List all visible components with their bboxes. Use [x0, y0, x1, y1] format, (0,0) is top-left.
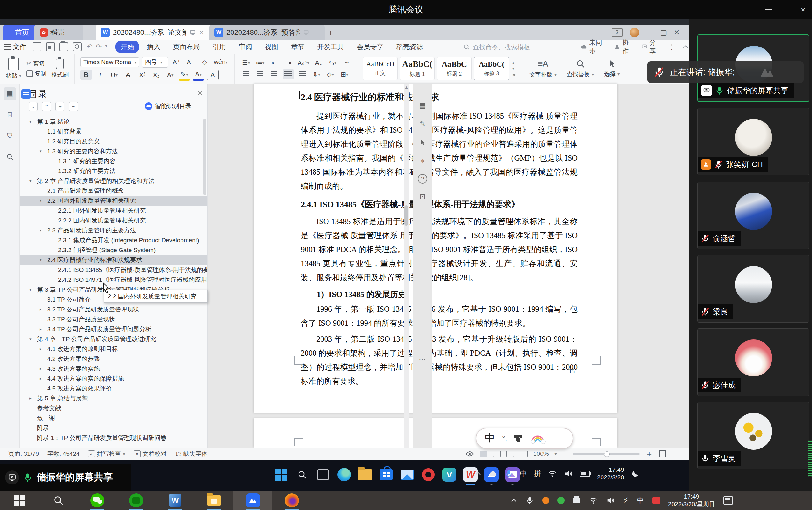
font-size-select[interactable]: 四号▾	[142, 57, 168, 67]
subscript-button[interactable]: X₂	[150, 70, 162, 80]
print-icon[interactable]	[59, 42, 68, 51]
bookmark-pane-icon[interactable]: ⛉	[3, 129, 16, 142]
tray-app-green-icon[interactable]	[557, 497, 564, 504]
find-replace-button[interactable]: 查找替换▾	[562, 59, 599, 78]
select-tool-icon[interactable]	[417, 137, 428, 148]
outline-item[interactable]: 1.1 研究背景	[20, 126, 207, 137]
meeting-close-button[interactable]: ×	[795, 0, 811, 19]
ime-mode-indicator[interactable]: 中	[520, 469, 527, 478]
zoom-in-button[interactable]: ＋	[645, 449, 653, 459]
clear-format-button[interactable]: ◇	[199, 57, 210, 67]
document-page[interactable]: 2.4 医疗器械行业的标准和法规要求提到医疗器械行业，就不得不提到国际标准 IS…	[254, 84, 617, 413]
outline-plus-button[interactable]: ＋	[56, 102, 64, 111]
firefox-icon[interactable]	[272, 490, 311, 510]
outline-item[interactable]: ▾2.2 国内外研发质量管理相关研究	[20, 196, 207, 206]
more-tools-icon[interactable]: ⋯	[419, 355, 426, 363]
command-search[interactable]: 查找命令、搜索模板	[463, 42, 559, 52]
meeting-app-icon[interactable]	[233, 490, 272, 510]
tag-pane-icon[interactable]: ⌺	[3, 109, 16, 121]
word-icon[interactable]: W	[156, 490, 195, 510]
ribbon-tab-5[interactable]: 视图	[260, 41, 283, 53]
chevron-right-icon[interactable]: ▸	[39, 376, 42, 381]
distribute-button[interactable]	[297, 69, 308, 79]
outline-item[interactable]: 1.3.1 研究的主要内容	[20, 156, 207, 166]
account-avatar[interactable]	[630, 28, 639, 37]
search-pane-icon[interactable]	[3, 150, 16, 163]
chevron-right-icon[interactable]: ▸	[29, 396, 32, 401]
participant-tile[interactable]: 俞涵哲	[697, 182, 809, 249]
more-menu-icon[interactable]: ⋮	[668, 43, 675, 51]
line-spacing-button[interactable]: ⇕▾	[311, 69, 322, 79]
view-page-icon[interactable]	[480, 451, 487, 457]
outline-item[interactable]: 4.2 改进方案的步骤	[20, 354, 207, 364]
ime-skin-icon[interactable]	[529, 433, 546, 444]
ribbon-tab-4[interactable]: 审阅	[233, 41, 257, 53]
share-button[interactable]: 分享	[641, 38, 661, 56]
outline-item[interactable]: ▸第 5 章 总结与展望	[20, 393, 207, 403]
tray-app-orange-icon[interactable]	[542, 497, 549, 504]
chevron-down-icon[interactable]: ▾	[29, 119, 32, 124]
edit-tool-icon[interactable]: ✎	[417, 119, 428, 129]
style-heading3[interactable]: AaBbC( 标题 3	[474, 57, 509, 80]
font-color-button[interactable]: A▾	[193, 69, 204, 81]
typeset-button[interactable]: ≡A 文字排版▾	[524, 59, 562, 79]
pinyin-guide-button[interactable]: wén▾	[213, 57, 229, 67]
taskbar-search-icon[interactable]	[295, 467, 309, 482]
edge-icon[interactable]	[337, 467, 351, 482]
strikethrough-button[interactable]: A	[122, 70, 134, 80]
align-left-button[interactable]	[240, 69, 252, 79]
evernote-icon[interactable]	[117, 490, 156, 510]
outline-item[interactable]: ▾第 1 章 绪论	[20, 117, 207, 126]
export-tool-icon[interactable]: ⊡	[417, 191, 428, 202]
style-heading2[interactable]: AaBbC 标题 2	[437, 57, 472, 80]
night-mode-icon[interactable]	[631, 470, 639, 478]
start-button-win11[interactable]	[273, 467, 288, 482]
spell-check-button[interactable]: ✓ 拼写检查▾	[88, 450, 125, 458]
collapse-all-button[interactable]: ⌃	[42, 102, 51, 111]
sort-button[interactable]: A↓	[313, 58, 324, 67]
ribbon-tab-8[interactable]: 会员专享	[351, 41, 388, 53]
shading-button[interactable]: ◇▾	[325, 69, 336, 79]
view-split-icon[interactable]	[520, 451, 527, 457]
viewer-printer-icon[interactable]	[573, 498, 580, 503]
outline-item[interactable]: 2.2.1 国外研发质量管理相关研究	[20, 206, 207, 215]
zoom-level[interactable]: 100%	[533, 450, 549, 457]
battery-icon[interactable]	[580, 471, 590, 477]
outline-item[interactable]: 2.4.2 ISO 14971《医疗器械 风险管理对医疗器械的应用》	[20, 275, 207, 284]
outline-item[interactable]: ▾2.3 产品研发质量管理的主要方法	[20, 226, 207, 235]
ribbon-tab-6[interactable]: 章节	[286, 41, 309, 53]
bold-button[interactable]: B	[80, 70, 92, 80]
decrease-indent-button[interactable]: ⇤	[268, 58, 280, 67]
tab-pin-icon[interactable]	[190, 29, 196, 36]
style-normal[interactable]: AaBbCcD 正文	[362, 57, 398, 80]
nav-tool-icon[interactable]: ▤	[417, 100, 428, 111]
new-doc-icon[interactable]	[32, 42, 41, 51]
wifi-icon[interactable]	[548, 469, 557, 478]
copy-button[interactable]: 复制	[27, 70, 46, 78]
outline-item[interactable]: ▸4.3 改进方案的实施	[20, 364, 207, 373]
chevron-right-icon[interactable]: ▸	[39, 327, 42, 331]
zoom-slider[interactable]	[573, 453, 640, 454]
presenter-clock[interactable]: 17:492022/3/20	[597, 466, 624, 481]
outline-close-icon[interactable]: ✕	[197, 89, 203, 97]
outline-item[interactable]: 致 谢	[20, 413, 207, 423]
viewer-tray-mic-icon[interactable]	[526, 496, 534, 505]
viewer-ime-indicator[interactable]: 中	[637, 496, 644, 505]
tab-close-icon[interactable]: ✕	[199, 29, 204, 36]
outline-level-icon[interactable]	[21, 89, 31, 99]
char-spacing-button[interactable]: A⇄▾	[297, 58, 310, 67]
outline-item[interactable]: 2.2.2 国内研发质量管理相关研究	[20, 215, 207, 226]
underline-button[interactable]: U▾	[109, 70, 120, 80]
outline-item[interactable]: 2.4.1 ISO 13485《医疗器械-质量管理体系-用于法规的要求》	[20, 265, 207, 275]
file-explorer-icon[interactable]	[358, 467, 373, 482]
ime-paw-icon[interactable]	[514, 435, 522, 442]
outline-item[interactable]: 附录	[20, 423, 207, 433]
ribbon-tab-2[interactable]: 页面布局	[168, 41, 205, 53]
outline-item[interactable]: 参考文献	[20, 403, 207, 413]
ime-toolbar[interactable]: 中 °,	[476, 428, 574, 449]
chevron-down-icon[interactable]: ▾	[39, 198, 42, 203]
tab-marks-button[interactable]: ┄	[341, 58, 352, 67]
meeting-maximize-button[interactable]	[778, 0, 794, 19]
tab-document-inactive[interactable]: W 20202480...济系_预答辩论文	[209, 25, 325, 40]
message-badge[interactable]: 2	[612, 28, 622, 37]
